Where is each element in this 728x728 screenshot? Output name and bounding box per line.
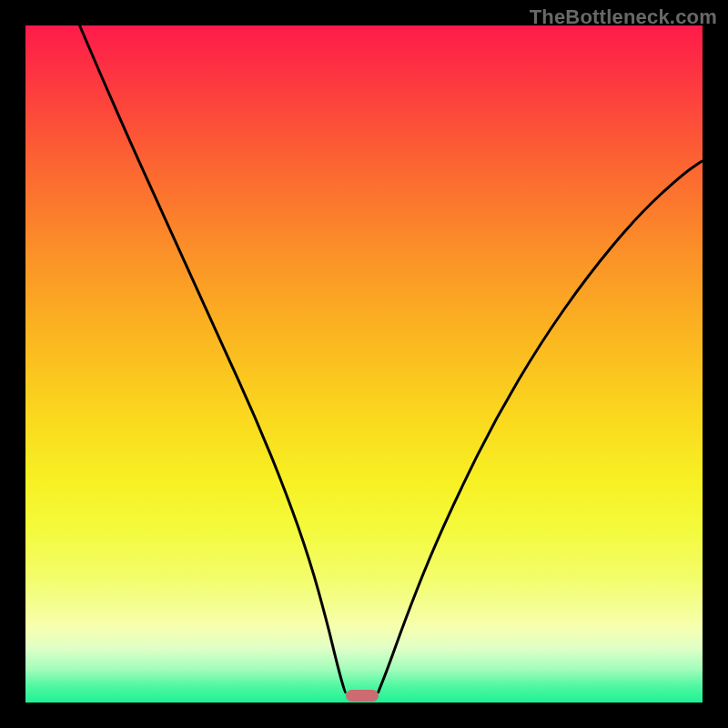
plot-area bbox=[25, 25, 703, 703]
bottleneck-curve bbox=[25, 25, 703, 703]
curve-right-branch bbox=[379, 161, 703, 693]
watermark-text: TheBottleneck.com bbox=[530, 5, 717, 29]
curve-left-branch bbox=[80, 25, 346, 693]
minimum-marker bbox=[346, 690, 379, 702]
chart-frame: TheBottleneck.com bbox=[0, 0, 728, 728]
